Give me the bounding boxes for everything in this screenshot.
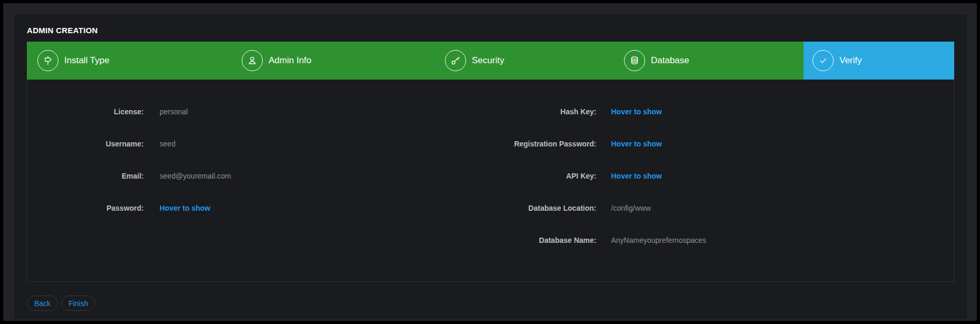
field-label: Hash Key:	[491, 107, 597, 116]
field-label: Database Name:	[491, 236, 597, 244]
step-label: Verify	[839, 55, 862, 66]
verify-summary-panel: License: personal Username: seed Email: …	[27, 80, 954, 282]
database-icon	[624, 50, 645, 71]
password-hover-to-show-link[interactable]: Hover to show	[160, 204, 210, 212]
app-background: ADMIN CREATION Install Type	[3, 3, 977, 321]
admin-creation-panel: ADMIN CREATION Install Type	[14, 14, 967, 319]
field-database-location: Database Location: /config/www	[491, 192, 954, 224]
wizard-step-bar: Install Type Admin Info	[27, 42, 954, 80]
field-value: AnyNameyouprefernospaces	[611, 236, 707, 244]
field-label: License:	[27, 107, 144, 116]
api-key-hover-to-show-link[interactable]: Hover to show	[611, 172, 662, 180]
step-label: Admin Info	[269, 55, 311, 66]
field-hash-key: Hash Key: Hover to show	[491, 95, 954, 127]
signpost-icon	[37, 50, 58, 71]
hash-key-hover-to-show-link[interactable]: Hover to show	[611, 107, 662, 116]
key-icon	[445, 50, 466, 71]
field-label: Email:	[27, 172, 144, 180]
field-value: seed@youremail.com	[160, 172, 231, 180]
user-icon	[242, 50, 263, 71]
page-title: ADMIN CREATION	[27, 26, 954, 35]
field-database-name: Database Name: AnyNameyouprefernospaces	[491, 224, 954, 256]
step-database[interactable]: Database	[624, 42, 689, 80]
field-label: API Key:	[491, 172, 597, 180]
field-password: Password: Hover to show	[27, 192, 491, 224]
step-label: Database	[651, 55, 689, 66]
step-install-type[interactable]: Install Type	[37, 42, 110, 80]
field-username: Username: seed	[27, 127, 491, 160]
field-label: Registration Password:	[491, 140, 597, 148]
wizard-actions: Back Finish	[27, 296, 954, 311]
step-label: Security	[472, 55, 504, 66]
field-label: Password:	[27, 204, 144, 212]
field-value: /config/www	[611, 204, 651, 212]
field-registration-password: Registration Password: Hover to show	[491, 127, 954, 160]
field-value: seed	[160, 140, 175, 148]
finish-button[interactable]: Finish	[61, 296, 95, 311]
field-label: Username:	[27, 140, 144, 148]
field-api-key: API Key: Hover to show	[491, 160, 954, 192]
field-value: personal	[160, 107, 188, 116]
field-email: Email: seed@youremail.com	[27, 160, 491, 192]
step-admin-info[interactable]: Admin Info	[242, 42, 311, 80]
step-verify[interactable]: Verify	[804, 42, 954, 80]
back-button[interactable]: Back	[27, 296, 58, 311]
check-icon	[813, 50, 834, 71]
registration-password-hover-to-show-link[interactable]: Hover to show	[611, 140, 662, 148]
step-label: Install Type	[64, 55, 110, 66]
field-license: License: personal	[27, 95, 491, 127]
summary-column-left: License: personal Username: seed Email: …	[27, 95, 491, 281]
summary-column-right: Hash Key: Hover to show Registration Pas…	[491, 95, 954, 281]
field-label: Database Location:	[491, 204, 597, 212]
step-security[interactable]: Security	[445, 42, 504, 80]
